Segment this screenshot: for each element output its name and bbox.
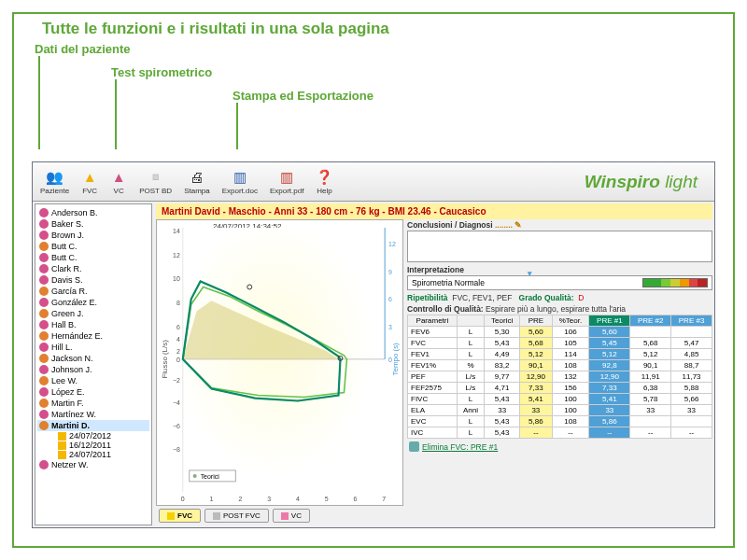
- patient-item[interactable]: Lee W.: [37, 375, 149, 386]
- table-row: ELAAnni3333100333333: [408, 405, 712, 416]
- patient-item[interactable]: García R.: [37, 286, 149, 297]
- table-row: FEV1%%83,290,110892,890,188,7: [408, 360, 712, 371]
- svg-text:3: 3: [267, 496, 271, 502]
- legend-post[interactable]: POST FVC: [204, 509, 269, 523]
- session-item[interactable]: 24/07/2012: [37, 431, 149, 441]
- vc-button[interactable]: ▲VC: [110, 169, 127, 195]
- patient-item[interactable]: Butt C.: [37, 252, 149, 263]
- callout-stampa: Stampa ed Esportazione: [229, 89, 374, 103]
- session-item[interactable]: 16/12/2011: [37, 441, 149, 450]
- svg-text:Flusso (L/s): Flusso (L/s): [161, 340, 169, 379]
- table-row: FVCL5,435,681055,455,685,47: [408, 338, 712, 349]
- marker-icon: ▼: [526, 269, 533, 278]
- folder-icon: [58, 432, 66, 441]
- avatar-icon: [39, 387, 49, 397]
- folder-icon: [58, 441, 66, 450]
- help-icon: ❓: [316, 169, 332, 186]
- avatar-icon: [39, 460, 49, 469]
- svg-text:8: 8: [176, 300, 180, 306]
- patient-item[interactable]: González E.: [37, 297, 149, 308]
- edit-icon[interactable]: ........✎: [495, 220, 522, 230]
- page-headline: Tutte le funzioni e i risultati in una s…: [14, 14, 733, 42]
- svg-text:0: 0: [176, 357, 180, 363]
- avatar-icon: [39, 343, 49, 352]
- fvc-button[interactable]: ▲FVC: [81, 169, 98, 195]
- patient-item[interactable]: Martínez W.: [37, 409, 149, 420]
- paziente-button[interactable]: 👥Paziente: [40, 169, 69, 195]
- svg-text:10: 10: [173, 276, 180, 283]
- word-icon: ▥: [232, 169, 248, 186]
- table-row: FEV6L5,305,601065,60: [408, 327, 712, 338]
- avatar-icon: [39, 354, 49, 363]
- patient-item[interactable]: Baker S.: [37, 218, 149, 230]
- patient-item[interactable]: Netzer W.: [37, 459, 149, 470]
- patient-item[interactable]: Johnson J.: [37, 364, 149, 375]
- avatar-icon: [39, 410, 49, 419]
- svg-text:12: 12: [388, 241, 396, 247]
- avatar-icon: [39, 331, 49, 341]
- patient-item[interactable]: Hernández E.: [37, 330, 149, 342]
- patient-item[interactable]: Butt C.: [37, 241, 149, 252]
- avatar-icon: [39, 320, 49, 329]
- svg-text:Volume (L): Volume (L): [264, 503, 301, 506]
- table-row: IVCL5,43----------: [408, 427, 712, 439]
- export-doc-button[interactable]: ▥Export.doc: [222, 169, 258, 195]
- patient-item[interactable]: Clark R.: [37, 263, 149, 274]
- avatar-icon: [39, 231, 49, 240]
- avatar-icon: [39, 298, 49, 307]
- flow-volume-chart[interactable]: 24/07/2012 14:34:52 141210 864 20 −2−4−6…: [156, 219, 403, 506]
- callout-test: Test spirometrico: [107, 65, 212, 79]
- folder-icon: [58, 451, 66, 459]
- svg-text:14: 14: [173, 228, 180, 234]
- patient-item[interactable]: Martini D.: [37, 420, 149, 431]
- table-row: FEF2575L/s4,717,331567,336,385,88: [408, 383, 712, 394]
- svg-text:−2: −2: [173, 377, 180, 384]
- patient-header: Martini David - Maschio - Anni 33 - 180 …: [156, 203, 712, 219]
- patient-item[interactable]: López E.: [37, 386, 149, 398]
- avatar-icon: [39, 309, 49, 318]
- avatar-icon: [39, 399, 49, 408]
- patient-item[interactable]: Jackson N.: [37, 353, 149, 364]
- chart-svg: 141210 864 20 −2−4−6−8 012 345 67 Flusso…: [157, 220, 402, 506]
- svg-text:3: 3: [388, 324, 392, 330]
- patient-item[interactable]: Brown J.: [37, 230, 149, 241]
- patient-item[interactable]: Anderson B.: [37, 207, 149, 218]
- conclusions-box[interactable]: [407, 231, 712, 262]
- svg-text:−6: −6: [173, 423, 180, 429]
- help-button[interactable]: ❓Help: [316, 169, 332, 195]
- avatar-icon: [39, 287, 49, 296]
- toolbar: 👥Paziente ▲FVC ▲VC ▧POST BD 🖨Stampa ▥Exp…: [33, 162, 714, 202]
- patient-item[interactable]: Davis S.: [37, 274, 149, 286]
- svg-rect-0: [183, 228, 385, 492]
- conclusions-label: Conclusioni / Diagnosi: [407, 220, 493, 230]
- svg-text:7: 7: [382, 496, 386, 502]
- patient-list[interactable]: Anderson B.Baker S.Brown J.Butt C.Butt C…: [35, 203, 152, 525]
- svg-text:Teorici: Teorici: [201, 473, 220, 480]
- svg-text:5: 5: [325, 496, 329, 502]
- svg-text:6: 6: [388, 296, 392, 302]
- svg-text:4: 4: [176, 336, 180, 343]
- legend-vc[interactable]: VC: [273, 509, 310, 523]
- svg-point-35: [193, 474, 197, 478]
- avatar-icon: [39, 421, 49, 430]
- avatar-icon: [39, 242, 49, 251]
- delete-link[interactable]: Elimina FVC: PRE #1: [407, 439, 712, 455]
- svg-text:6: 6: [353, 496, 357, 502]
- patient-item[interactable]: Martin F.: [37, 398, 149, 409]
- legend-fvc[interactable]: FVC: [159, 509, 201, 523]
- postbd-icon: ▧: [148, 169, 164, 186]
- svg-text:Tempo (s): Tempo (s): [391, 343, 400, 376]
- patient-item[interactable]: Green J.: [37, 308, 149, 319]
- session-item[interactable]: 24/07/2011: [37, 450, 149, 459]
- stampa-button[interactable]: 🖨Stampa: [184, 169, 210, 195]
- printer-icon: 🖨: [189, 169, 205, 186]
- svg-text:−8: −8: [173, 446, 180, 453]
- brand: Winspiro light: [585, 172, 698, 192]
- avatar-icon: [39, 365, 49, 374]
- svg-text:9: 9: [388, 269, 392, 275]
- avatar-icon: [39, 376, 49, 385]
- export-pdf-button[interactable]: ▥Export.pdf: [270, 169, 303, 195]
- postbd-button[interactable]: ▧POST BD: [139, 169, 172, 195]
- patient-item[interactable]: Hill L.: [37, 342, 149, 353]
- patient-item[interactable]: Hall B.: [37, 319, 149, 330]
